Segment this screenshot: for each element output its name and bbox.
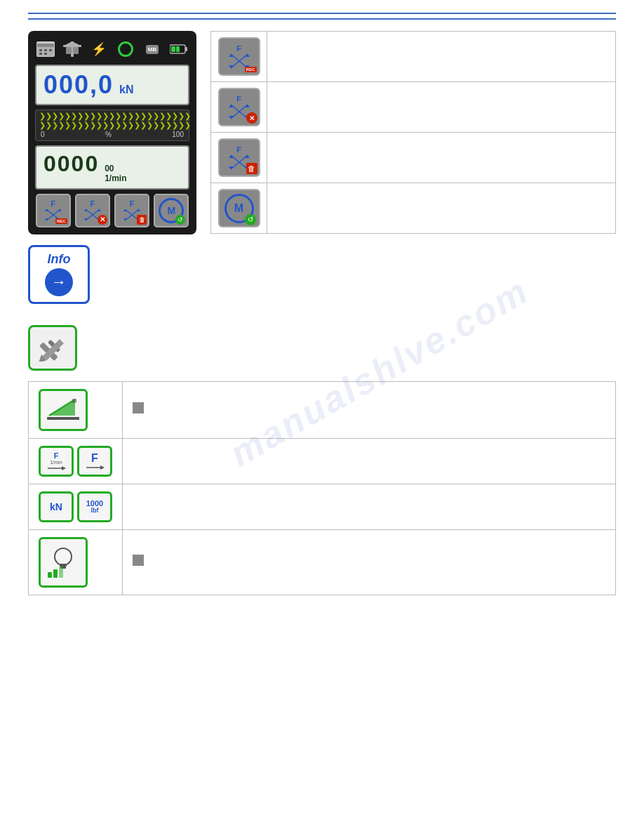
rpm-value: 0000 <box>43 151 99 177</box>
ramp-icon-button[interactable] <box>39 389 88 431</box>
f-rec-button[interactable]: F REC <box>36 194 71 227</box>
svg-rect-3 <box>44 49 47 51</box>
f-speed-arrow-icon <box>46 465 66 471</box>
rt-desc-cell-3 <box>267 133 616 183</box>
f-plain-label: F <box>91 452 98 465</box>
rt-f-x-button[interactable]: F <box>218 88 260 126</box>
bar-label-right: 100 <box>172 131 184 138</box>
rt-f-trash-button[interactable]: F <box>218 138 260 177</box>
info-label: Info <box>48 252 71 267</box>
m-button[interactable]: M ↺ <box>154 194 189 227</box>
svg-line-16 <box>46 209 53 215</box>
svg-line-42 <box>239 54 248 61</box>
f-x-button[interactable]: F ✕ <box>75 194 110 227</box>
rt-desc-cell-1 <box>267 32 616 82</box>
f-trash-button[interactable]: F 🗑 <box>114 194 149 227</box>
rpm-unit-bottom: 1/min <box>105 173 126 183</box>
svg-marker-73 <box>62 466 66 470</box>
f-rec-label: F <box>51 199 55 208</box>
settings-desc-cell-1 <box>123 381 616 438</box>
svg-line-28 <box>86 215 93 220</box>
scale-icon <box>62 41 83 58</box>
table-row: kN 1000 lbf <box>29 484 616 529</box>
f-speed-f-label: F <box>54 451 59 460</box>
svg-rect-13 <box>185 47 187 51</box>
svg-rect-68 <box>47 417 79 420</box>
rt-desc-cell-4 <box>267 183 616 234</box>
f-speed-button[interactable]: F 1/min <box>39 446 74 477</box>
svg-rect-2 <box>39 49 42 51</box>
f-trash-label: F <box>130 199 135 208</box>
bar-label-center: % <box>105 131 112 138</box>
green-circle-icon <box>115 41 136 58</box>
rt-trash-badge: 🗑 <box>246 163 257 174</box>
force-display: 000,0 kN <box>35 65 189 105</box>
svg-line-58 <box>239 155 248 162</box>
rt-icon-cell-2: F <box>211 82 267 133</box>
settings-icon-cell-1 <box>29 381 123 438</box>
trash-badge: 🗑 <box>137 215 147 225</box>
f-plain-button[interactable]: F <box>77 446 112 477</box>
top-line-1 <box>28 13 616 14</box>
rt-refresh-badge: ↺ <box>245 214 256 225</box>
kn-button[interactable]: kN <box>39 491 74 522</box>
table-row <box>29 381 616 438</box>
svg-line-56 <box>231 155 239 162</box>
svg-marker-75 <box>100 465 105 470</box>
icon-pair-2: F 1/min F <box>39 446 112 477</box>
f-plain-arrow-icon <box>85 465 105 470</box>
settings-desc-cell-4 <box>123 529 616 595</box>
calendar-icon <box>35 41 56 58</box>
info-button[interactable]: Info → <box>28 245 90 304</box>
table-row: F <box>211 82 616 133</box>
m-label: M <box>168 205 176 216</box>
svg-rect-1 <box>37 44 54 47</box>
force-value: 000,0 <box>43 70 114 100</box>
svg-rect-6 <box>44 53 47 55</box>
svg-line-18 <box>53 209 60 215</box>
m-circle: M ↺ <box>159 198 184 223</box>
rt-x-badge: ✕ <box>246 112 257 124</box>
svg-line-50 <box>239 105 248 112</box>
lbf-label: lbf <box>90 508 98 515</box>
f-speed-label: 1/min <box>50 460 62 465</box>
settings-desc-cell-3 <box>123 484 616 529</box>
lbf-button[interactable]: 1000 lbf <box>77 491 112 522</box>
table-row <box>29 529 616 595</box>
rt-f-rec-button[interactable]: F <box>218 37 260 76</box>
wrench-section <box>28 325 616 371</box>
svg-line-26 <box>93 209 100 215</box>
top-line-2 <box>28 18 616 20</box>
svg-rect-81 <box>53 569 58 578</box>
wrench-button[interactable] <box>28 325 77 371</box>
usb-icon: ⚡ <box>88 41 109 58</box>
rt-m-circle: M ↺ <box>224 194 254 223</box>
rt-icon-cell-4: M ↺ <box>211 183 267 234</box>
rt-m-refresh-button[interactable]: M ↺ <box>218 189 260 227</box>
device-panel: ⚡ MB 000,0 <box>28 31 196 234</box>
svg-line-24 <box>86 209 93 215</box>
settings-table: F 1/min F <box>28 381 616 595</box>
chevron-icon-2: ❯❯❯❯❯❯❯❯❯❯❯❯❯❯❯❯❯❯❯❯❯❯❯❯ <box>39 121 191 129</box>
svg-marker-9 <box>65 41 79 45</box>
force-unit: kN <box>119 84 133 96</box>
chevron-row-1: ❯❯❯❯❯❯❯❯❯❯❯❯❯❯❯❯❯❯❯❯❯❯❯❯ <box>39 112 185 120</box>
chevron-bar: ❯❯❯❯❯❯❯❯❯❯❯❯❯❯❯❯❯❯❯❯❯❯❯❯ ❯❯❯❯❯❯❯❯❯❯❯❯❯❯❯… <box>35 110 189 141</box>
bulb-signal-button[interactable] <box>39 537 88 588</box>
bar-label-left: 0 <box>41 131 45 138</box>
rt-f-x-label: F <box>236 95 241 103</box>
ramp-icon <box>46 396 81 424</box>
lbf-inner: 1000 lbf <box>86 499 103 515</box>
svg-line-40 <box>231 54 239 61</box>
x-badge: ✕ <box>98 215 107 225</box>
settings-icon-cell-3: kN 1000 lbf <box>29 484 123 529</box>
settings-icon-cell-2: F 1/min F <box>29 438 123 484</box>
svg-rect-11 <box>73 47 79 54</box>
refresh-badge: ↺ <box>175 215 185 225</box>
rt-f-trash-label: F <box>236 145 241 154</box>
chevron-row-2: ❯❯❯❯❯❯❯❯❯❯❯❯❯❯❯❯❯❯❯❯❯❯❯❯ <box>39 121 185 129</box>
rpm-unit: 00 1/min <box>105 164 126 184</box>
device-table-row: ⚡ MB 000,0 <box>28 31 616 234</box>
chevron-icon: ❯❯❯❯❯❯❯❯❯❯❯❯❯❯❯❯❯❯❯❯❯❯❯❯ <box>39 112 191 120</box>
svg-rect-10 <box>66 47 72 54</box>
